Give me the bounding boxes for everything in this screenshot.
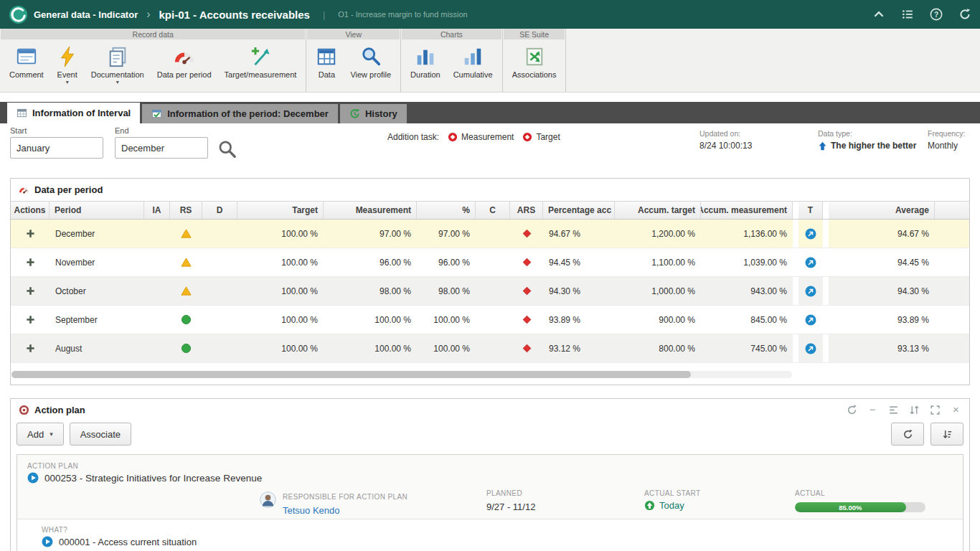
cell-actions	[11, 248, 50, 276]
export-icon[interactable]	[888, 405, 899, 415]
cell-t	[798, 277, 823, 305]
trend-link[interactable]	[805, 286, 816, 297]
col-header-measurement[interactable]: Measurement	[324, 202, 417, 219]
addition-task-measurement[interactable]: Measurement	[448, 132, 514, 142]
ribbon-item-event[interactable]: Event▾	[50, 44, 85, 87]
col-header-spare	[935, 202, 969, 219]
col-header-period[interactable]: Period	[50, 202, 144, 219]
add-period-icon[interactable]	[25, 314, 36, 325]
col-header-pct_acc[interactable]: Percentage acc	[543, 202, 615, 219]
cell-period: December	[50, 220, 144, 248]
end-input[interactable]	[115, 137, 208, 159]
close-icon[interactable]: ×	[951, 405, 961, 415]
tab-label: History	[365, 108, 397, 119]
cell-average: 93.13 %	[829, 334, 935, 362]
trend-link[interactable]	[805, 257, 816, 268]
tab-bar: Information of Interval Information of t…	[0, 102, 980, 123]
warning-triangle	[181, 228, 192, 239]
ribbon-item-target-measurement[interactable]: Target/measurement	[218, 44, 303, 80]
col-header-d[interactable]: D	[202, 202, 237, 219]
ribbon-item-duration[interactable]: Duration	[404, 44, 447, 80]
col-header-t[interactable]: T	[798, 202, 823, 219]
cell-accum_target: 1,200.00 %	[615, 220, 701, 248]
col-header-average[interactable]: Average	[829, 202, 935, 219]
maximize-icon[interactable]	[930, 405, 941, 415]
cell-period: August	[50, 334, 144, 362]
minimize-icon[interactable]: −	[867, 405, 878, 415]
cell-pct: 98.00 %	[417, 277, 476, 305]
reorder-icon[interactable]	[909, 405, 920, 415]
cell-d	[202, 334, 237, 362]
associate-button[interactable]: Associate	[70, 423, 131, 446]
add-period-icon[interactable]	[25, 343, 36, 354]
cell-average: 93.89 %	[829, 306, 935, 334]
add-button[interactable]: Add ▾	[17, 423, 64, 446]
add-period-icon[interactable]	[25, 286, 36, 296]
trend-link[interactable]	[805, 228, 816, 240]
tab-label: Information of the period: December	[167, 108, 329, 119]
tab-information-of-period[interactable]: Information of the period: December	[142, 104, 338, 123]
ribbon-group-label: Record data	[1, 29, 305, 39]
trend-link[interactable]	[805, 314, 816, 326]
responsible-label: RESPONSIBLE FOR ACTION PLAN	[283, 493, 407, 501]
col-header-ars[interactable]: ARS	[510, 202, 543, 219]
table-row-september: September100.00 %100.00 %100.00 %93.89 %…	[11, 306, 969, 334]
ribbon-item-view-profile[interactable]: View profile	[344, 44, 397, 80]
tab-information-of-interval[interactable]: Information of Interval	[7, 103, 140, 123]
higher-better-arrow-icon	[818, 141, 827, 151]
ribbon-item-comment[interactable]: Comment	[3, 44, 50, 80]
responsible-name-link[interactable]: Tetsuo Kendo	[283, 505, 407, 516]
col-header-pct[interactable]: %	[417, 202, 476, 219]
scrollbar-thumb[interactable]	[11, 371, 691, 378]
col-header-accum_meas[interactable]: Accum. measurement	[701, 202, 793, 219]
breadcrumb-section[interactable]: General data - Indicator	[34, 9, 138, 20]
updated-on-label: Updated on:	[699, 129, 752, 138]
col-header-accum_target[interactable]: Accum. target	[615, 202, 701, 219]
col-header-actions[interactable]: Actions	[11, 202, 50, 219]
ribbon-item-label: Data	[319, 70, 335, 79]
play-icon[interactable]	[27, 472, 39, 484]
cell-pct_acc: 93.12 %	[543, 334, 615, 362]
ribbon-groups: Record dataCommentEvent▾Documentation▾Da…	[0, 29, 566, 92]
tab-history[interactable]: History	[340, 104, 407, 123]
sort-button[interactable]	[930, 423, 963, 446]
search-icon[interactable]	[217, 139, 237, 159]
ribbon-item-cumulative[interactable]: Cumulative	[447, 44, 499, 80]
ribbon-spacer	[0, 93, 980, 102]
collapse-up-icon[interactable]	[872, 8, 885, 21]
critical-diamond	[522, 286, 532, 296]
planned-value: 9/27 - 11/12	[486, 501, 535, 512]
cell-rs	[170, 334, 202, 362]
ribbon-item-associations[interactable]: Associations	[506, 44, 563, 80]
reload-button[interactable]	[891, 423, 924, 446]
column-gap	[823, 334, 829, 362]
ribbon-group-charts: ChartsDurationCumulative	[401, 29, 503, 92]
start-field: Start	[10, 126, 103, 159]
add-period-icon[interactable]	[25, 228, 36, 239]
ribbon-item-documentation[interactable]: Documentation▾	[85, 44, 151, 87]
col-header-ia[interactable]: IA	[144, 202, 170, 219]
critical-diamond	[522, 314, 532, 325]
plan-label: ACTION PLAN	[27, 462, 953, 470]
cell-measurement: 100.00 %	[324, 306, 417, 334]
sync-icon[interactable]	[958, 8, 971, 21]
help-icon[interactable]: ?	[930, 8, 943, 21]
col-header-c[interactable]: C	[476, 202, 510, 219]
play-icon[interactable]	[42, 536, 53, 547]
ribbon-item-data-per-period[interactable]: Data per period	[151, 44, 218, 80]
addition-task-target[interactable]: Target	[522, 132, 560, 142]
list-icon[interactable]	[901, 8, 914, 21]
cell-spare	[935, 334, 969, 362]
trend-link[interactable]	[805, 343, 816, 354]
cell-actions	[11, 306, 50, 334]
column-gap	[793, 334, 798, 362]
col-header-rs[interactable]: RS	[170, 202, 202, 219]
ribbon-item-data[interactable]: Data	[309, 44, 344, 80]
col-header-target[interactable]: Target	[237, 202, 324, 219]
start-input[interactable]	[10, 137, 103, 159]
add-period-icon[interactable]	[25, 257, 36, 268]
horizontal-scrollbar	[11, 371, 792, 378]
refresh-icon[interactable]	[847, 405, 857, 415]
planned-block: PLANNED 9/27 - 11/12	[486, 489, 535, 512]
critical-diamond	[522, 228, 532, 239]
